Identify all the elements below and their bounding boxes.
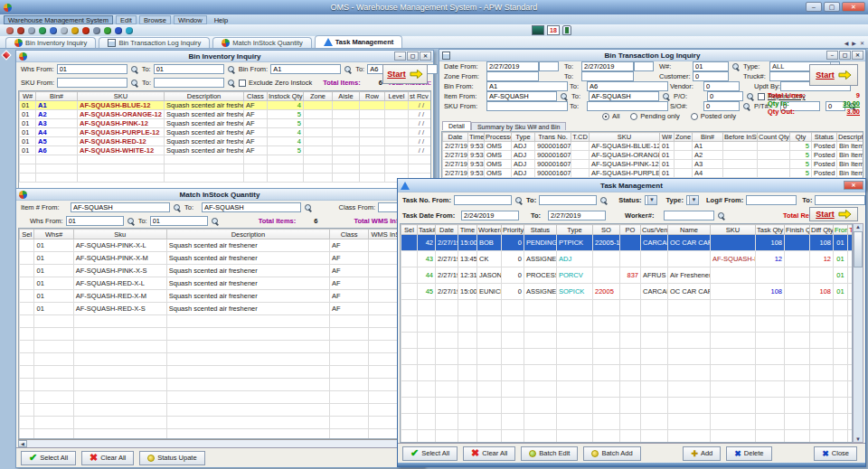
item-to-input[interactable] bbox=[202, 202, 301, 212]
lookup-icon[interactable] bbox=[662, 92, 671, 101]
maximize-button[interactable]: ▢ bbox=[839, 51, 851, 60]
customer-input[interactable] bbox=[693, 71, 729, 81]
toolbar-icon[interactable] bbox=[28, 27, 35, 34]
toolbar-icon[interactable] bbox=[61, 27, 68, 34]
column-header[interactable]: Description bbox=[837, 133, 864, 142]
bin-to-input[interactable] bbox=[587, 81, 668, 91]
column-header[interactable]: st Rcv Dat bbox=[409, 92, 432, 101]
column-header[interactable]: Type bbox=[557, 225, 593, 235]
exclude-zero-instock-checkbox[interactable] bbox=[239, 80, 246, 87]
lookup-icon[interactable] bbox=[227, 79, 236, 88]
so-input[interactable] bbox=[703, 101, 740, 111]
column-header[interactable]: Sel bbox=[20, 230, 34, 239]
column-header[interactable]: Name bbox=[668, 225, 711, 235]
close-button[interactable]: ✕ bbox=[842, 2, 865, 12]
column-header[interactable]: From W bbox=[834, 225, 848, 235]
toolbar-icon[interactable] bbox=[6, 27, 14, 34]
tab-detail[interactable]: Detail bbox=[442, 121, 471, 130]
bin-from-input[interactable] bbox=[486, 81, 568, 91]
menu-edit[interactable]: Edit bbox=[116, 15, 137, 24]
tab-bin-transaction-log-inquiry[interactable]: Bin Transaction Log Inquiry bbox=[99, 37, 210, 48]
column-header[interactable]: Sku bbox=[73, 230, 166, 239]
start-button[interactable]: Start bbox=[809, 64, 858, 86]
sku-to-input[interactable] bbox=[154, 78, 224, 88]
column-header[interactable]: Class bbox=[244, 92, 268, 101]
tab-scroll-right-icon[interactable]: ▶ bbox=[852, 40, 856, 46]
lookup-icon[interactable] bbox=[304, 203, 313, 212]
column-header[interactable]: Status bbox=[812, 133, 837, 142]
toolbar-icon[interactable] bbox=[115, 27, 122, 34]
log-to-input[interactable] bbox=[815, 195, 865, 205]
column-header[interactable]: Bin# bbox=[693, 133, 723, 142]
zone-from-input[interactable] bbox=[486, 71, 539, 81]
item-from-input[interactable] bbox=[71, 202, 170, 212]
zone-to-input[interactable] bbox=[581, 71, 634, 81]
toolbar-icon[interactable] bbox=[93, 27, 100, 34]
table-row[interactable]: 01AF-SQUASH-RED-X-LSquash scented air fr… bbox=[20, 277, 420, 290]
tab-task-management[interactable]: Task Management bbox=[315, 35, 402, 48]
column-header[interactable]: Finish Qty bbox=[785, 225, 810, 235]
table-row[interactable]: 432/27/1913:45CK0ASSIGNEDADJAF-SQUASH-BL… bbox=[401, 251, 854, 267]
table-row[interactable]: 452/27/1915:00EUNICE0ASSIGNEDSOPICK22005… bbox=[401, 284, 854, 300]
lookup-icon[interactable] bbox=[127, 217, 136, 226]
table-row[interactable]: 01A5AF-SQUASH-RED-12Squash scented air f… bbox=[20, 137, 432, 146]
column-header[interactable]: SO bbox=[593, 225, 620, 235]
menu-help[interactable]: Help bbox=[210, 15, 232, 24]
lookup-icon[interactable] bbox=[130, 65, 139, 74]
lookup-icon[interactable] bbox=[344, 65, 353, 74]
menu-window[interactable]: Window bbox=[174, 15, 207, 24]
taskno-from-input[interactable] bbox=[454, 195, 512, 205]
column-header[interactable]: Time bbox=[468, 133, 485, 142]
posted-only-radio[interactable] bbox=[691, 113, 698, 120]
table-row[interactable]: 01A6AF-SQUASH-WHITE-12Squash scented air… bbox=[20, 146, 432, 155]
horizontal-scrollbar[interactable]: ◀ bbox=[18, 439, 421, 447]
column-header[interactable]: Description bbox=[165, 92, 244, 101]
column-header[interactable]: Type bbox=[512, 133, 535, 142]
sku-from-input[interactable] bbox=[486, 101, 568, 111]
table-row[interactable]: 01AF-SQUASH-PINK-X-MSquash scented air f… bbox=[20, 252, 420, 265]
table-row[interactable]: 01AF-SQUASH-PINK-X-SSquash scented air f… bbox=[20, 265, 420, 277]
column-header[interactable]: Sel bbox=[401, 225, 418, 235]
window-titlebar[interactable]: Task Management ✕ bbox=[398, 179, 865, 192]
batch-edit-button[interactable]: Batch Edit bbox=[521, 446, 578, 461]
warehouse-input[interactable] bbox=[693, 61, 729, 71]
sku-from-input[interactable] bbox=[57, 78, 127, 88]
table-row[interactable]: 01A4AF-SQUASH-PURPLE-12Squash scented ai… bbox=[20, 128, 432, 137]
column-header[interactable]: Whs# bbox=[34, 230, 73, 239]
date-from-input[interactable] bbox=[486, 61, 539, 71]
table-row[interactable]: 422/27/1915:00BOB0PENDINGPTPICK22005-1CA… bbox=[401, 235, 854, 251]
status-dropdown[interactable]: ▼ bbox=[645, 195, 657, 205]
lookup-icon[interactable] bbox=[742, 102, 751, 111]
column-header[interactable]: Processor bbox=[485, 133, 512, 142]
clear-all-button[interactable]: ✖Clear All bbox=[81, 451, 134, 465]
menu-warehouse-management-system[interactable]: Warehouse Management System bbox=[4, 15, 113, 24]
toolbar-icon[interactable] bbox=[71, 27, 79, 34]
minimize-button[interactable]: – bbox=[806, 2, 822, 12]
close-button[interactable]: ✕ bbox=[844, 181, 863, 190]
whs-from-input[interactable] bbox=[66, 216, 124, 226]
column-header[interactable]: Zone bbox=[675, 133, 693, 142]
column-header[interactable]: Bin# bbox=[36, 92, 78, 101]
column-header[interactable]: Diff Qty bbox=[810, 225, 834, 235]
scroll-left-icon[interactable]: ◀ bbox=[18, 440, 27, 447]
batch-add-button[interactable]: Batch Add bbox=[583, 446, 640, 461]
column-header[interactable]: T.CD bbox=[571, 133, 590, 142]
minimize-button[interactable]: – bbox=[826, 51, 838, 60]
column-header[interactable]: Cus/VenID bbox=[641, 225, 668, 235]
table-row[interactable]: 01AF-SQUASH-PINK-X-LSquash scented air f… bbox=[20, 239, 420, 252]
column-header[interactable]: Task Qty bbox=[756, 225, 785, 235]
vendor-input[interactable] bbox=[703, 81, 740, 91]
item-to-input[interactable] bbox=[589, 91, 659, 101]
whs-from-input[interactable] bbox=[57, 64, 127, 74]
menu-browse[interactable]: Browse bbox=[139, 15, 171, 24]
column-header[interactable]: Zone bbox=[304, 92, 333, 101]
notes-icon[interactable] bbox=[562, 25, 571, 35]
scroll-down-icon[interactable]: ▼ bbox=[855, 436, 861, 442]
column-header[interactable]: Status bbox=[524, 225, 557, 235]
lookup-icon[interactable] bbox=[173, 203, 182, 212]
bin-from-input[interactable] bbox=[270, 64, 341, 74]
column-header[interactable]: Trans No. bbox=[535, 133, 571, 142]
column-header[interactable]: Count Qty bbox=[758, 133, 790, 142]
table-row[interactable]: 01AF-SQUASH-RED-X-MSquash scented air fr… bbox=[20, 290, 420, 303]
table-row[interactable]: 01A3AF-SQUASH-PINK-12Squash scented air … bbox=[20, 119, 432, 128]
